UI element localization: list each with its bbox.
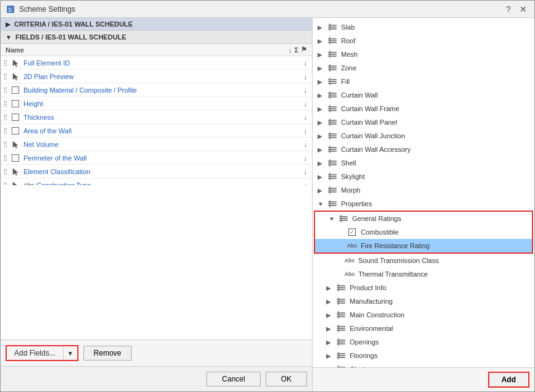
field-row-area-of-wall[interactable]: ⣿Area of the Wall↓: [1, 124, 312, 138]
tree-item-fill[interactable]: ▶ Fill: [313, 75, 534, 88]
add-button[interactable]: Add: [488, 372, 529, 388]
field-row-thickness[interactable]: ⣿Thickness↓: [1, 111, 312, 124]
tree-item-label: Morph: [341, 186, 529, 194]
close-button[interactable]: ✕: [517, 3, 529, 15]
svg-rect-11: [329, 23, 331, 31]
drag-handle[interactable]: ⣿: [3, 154, 7, 161]
field-row-height[interactable]: ⣿Height↓: [1, 97, 312, 111]
app-icon: S: [6, 4, 15, 14]
field-row-full-element-id[interactable]: ⣿Full Element ID↓: [1, 56, 312, 70]
bottom-bar: Add Fields... ▼ Remove: [1, 340, 312, 366]
tree-item-mesh[interactable]: ▶ Mesh: [313, 48, 534, 61]
curtain-wall-junction-icon: [326, 131, 339, 141]
svg-rect-31: [329, 91, 331, 99]
tree-item-curtain-wall-accessory[interactable]: ▶ Curtain Wall Accessory: [313, 143, 534, 156]
general-ratings-icon: [337, 214, 350, 223]
cancel-button[interactable]: Cancel: [206, 372, 260, 386]
field-row-net-volume[interactable]: ⣿Net Volume↓: [1, 138, 312, 151]
field-name-building-material: Building Material / Composite / Profile: [23, 86, 304, 94]
add-fields-button[interactable]: Add Fields... ▼: [6, 345, 78, 361]
mesh-icon: [326, 49, 339, 59]
manufacturing-icon: [335, 296, 347, 306]
criteria-header[interactable]: ▶ CRITERIA / IES-01 WALL SCHEDULE: [1, 18, 312, 31]
square-icon: [10, 98, 21, 109]
drag-handle[interactable]: ⣿: [3, 127, 7, 134]
tree-item-curtain-wall-frame[interactable]: ▶ Curtain Wall Frame: [313, 102, 534, 115]
tree-item-curtain-wall-panel[interactable]: ▶ Curtain Wall Panel: [313, 115, 534, 129]
field-row-element-class[interactable]: ⣿Element Classification↓: [1, 165, 312, 178]
tree-item-label: Thermal Transmittance: [358, 270, 529, 278]
help-button[interactable]: ?: [502, 3, 515, 15]
field-row-2d-plan-preview[interactable]: ⣿2D Plan Preview↓: [1, 70, 312, 83]
sort-arrow: ↓: [304, 154, 308, 162]
tree-item-environmental[interactable]: ▶ Environmental: [313, 322, 534, 335]
sort-arrow: ↓: [304, 114, 308, 121]
expand-arrow: ▶: [318, 173, 326, 180]
tree-item-label: Curtain Wall Junction: [341, 132, 529, 140]
tree-item-glazing[interactable]: ▶ Glazing: [313, 362, 534, 367]
product-info-icon: [335, 283, 347, 293]
expand-arrow: ▶: [318, 160, 326, 167]
svg-marker-3: [13, 73, 18, 80]
tree-item-sound-transmission-class[interactable]: AbcSound Transmission Class: [313, 254, 534, 267]
sort-arrow: ↓: [304, 86, 308, 94]
add-fields-dropdown-arrow[interactable]: ▼: [64, 348, 77, 359]
field-row-perimeter[interactable]: ⣿Perimeter of the Wall↓: [1, 151, 312, 165]
tree-item-openings[interactable]: ▶ Openings: [313, 335, 534, 349]
roof-icon: [326, 36, 339, 46]
tree-item-skylight[interactable]: ▶ Skylight: [313, 170, 534, 183]
title-bar: S Scheme Settings ? ✕: [1, 1, 534, 18]
tree-item-label: Combustible: [361, 228, 527, 236]
col-name-label: Name: [6, 46, 289, 54]
svg-rect-79: [338, 311, 339, 319]
sort-arrow: ↓: [304, 168, 308, 175]
expand-arrow: ▶: [318, 24, 326, 31]
tree-item-curtain-wall-junction[interactable]: ▶ Curtain Wall Junction: [313, 129, 534, 143]
fields-section: ▼ FIELDS / IES-01 WALL SCHEDULE Name ↓ Σ…: [1, 31, 312, 185]
tree-item-floorings[interactable]: ▶ Floorings: [313, 349, 534, 362]
field-row-building-material[interactable]: ⣿Building Material / Composite / Profile…: [1, 83, 312, 97]
drag-handle[interactable]: ⣿: [3, 100, 7, 107]
fill-icon: [326, 77, 339, 86]
tree-item-curtain-wall[interactable]: ▶ Curtain Wall: [313, 88, 534, 102]
tree-item-properties[interactable]: ▼ Properties: [313, 197, 534, 211]
drag-handle[interactable]: ⣿: [3, 114, 7, 120]
fields-header[interactable]: ▼ FIELDS / IES-01 WALL SCHEDULE: [1, 31, 312, 44]
tree-item-product-info[interactable]: ▶ Product Info: [313, 281, 534, 294]
fields-label: FIELDS / IES-01 WALL SCHEDULE: [15, 33, 127, 41]
square-icon: [10, 112, 21, 123]
tree-item-shell[interactable]: ▶ Shell: [313, 156, 534, 170]
tree-item-label: Floorings: [350, 352, 529, 359]
tree-item-label: Product Info: [350, 284, 529, 291]
drag-handle[interactable]: ⣿: [3, 86, 7, 93]
drag-handle[interactable]: ⣿: [3, 59, 7, 66]
svg-rect-27: [329, 78, 331, 85]
square-icon: [10, 85, 21, 96]
tree-item-label: Curtain Wall Panel: [341, 119, 529, 126]
field-name-full-element-id: Full Element ID: [23, 59, 304, 67]
main-area: ▶ CRITERIA / IES-01 WALL SCHEDULE ▼ FIEL…: [1, 18, 534, 391]
drag-handle[interactable]: ⣿: [3, 141, 7, 148]
tree-area: ▶ Slab▶ Roof▶ Mesh▶ Zone▶ Fill▶: [313, 18, 534, 367]
tree-item-combustible[interactable]: ✓Combustible: [315, 225, 532, 239]
drag-handle[interactable]: ⣿: [3, 168, 7, 175]
tree-item-fire-resistance-rating[interactable]: AbcFire Resistance Rating: [315, 239, 532, 252]
expand-arrow: ▶: [326, 339, 335, 346]
tree-item-zone[interactable]: ▶ Zone: [313, 61, 534, 75]
tree-item-slab[interactable]: ▶ Slab: [313, 20, 534, 34]
remove-button[interactable]: Remove: [83, 346, 132, 361]
field-row-construction-type[interactable]: ⣿AbcConstruction Type↓: [1, 178, 312, 185]
drag-handle[interactable]: ⣿: [3, 73, 7, 80]
ok-button[interactable]: OK: [266, 372, 307, 386]
svg-rect-91: [338, 352, 339, 359]
tree-item-morph[interactable]: ▶ Morph: [313, 183, 534, 197]
tree-item-label: Slab: [341, 23, 529, 31]
svg-rect-39: [329, 119, 331, 126]
flag-icon: ⚑: [301, 46, 307, 54]
tree-item-manufacturing[interactable]: ▶ Manufacturing: [313, 294, 534, 308]
tree-item-main-construction[interactable]: ▶ Main Construction: [313, 308, 534, 322]
tree-item-roof[interactable]: ▶ Roof: [313, 34, 534, 48]
tree-item-thermal-transmittance[interactable]: AbcThermal Transmittance: [313, 267, 534, 281]
cursor-icon: [10, 71, 21, 82]
tree-item-general-ratings[interactable]: ▼ General Ratings: [315, 212, 532, 225]
